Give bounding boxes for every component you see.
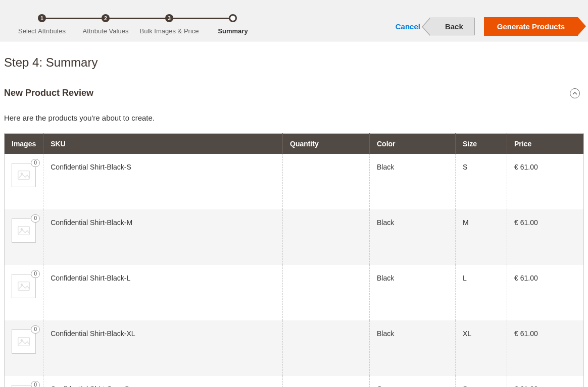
table-header-row: Images SKU Quantity Color Size Price bbox=[5, 134, 584, 154]
generate-products-button[interactable]: Generate Products bbox=[484, 17, 578, 36]
wizard-header: 1 Select Attributes 2 Attribute Values 3… bbox=[0, 0, 588, 41]
cell-quantity bbox=[283, 154, 370, 209]
product-thumb[interactable]: 0 bbox=[12, 329, 36, 354]
step-circle-4 bbox=[229, 14, 237, 22]
cell-images: 0 bbox=[5, 154, 43, 209]
chevron-up-icon bbox=[572, 91, 577, 96]
placeholder-image-icon bbox=[12, 274, 36, 298]
table-row: 0Confidential Shirt-Black-XLBlackXL€ 61.… bbox=[5, 320, 584, 376]
cell-size: S bbox=[456, 376, 507, 387]
cell-size: M bbox=[456, 209, 507, 265]
cell-images: 0 bbox=[5, 265, 43, 320]
cell-images: 0 bbox=[5, 376, 43, 387]
step-circle-2: 2 bbox=[102, 14, 110, 22]
col-header-quantity[interactable]: Quantity bbox=[283, 134, 370, 154]
table-row: 0Confidential Shirt-Black-MBlackM€ 61.00 bbox=[5, 209, 584, 265]
table-row: 0Confidential Shirt-Black-LBlackL€ 61.00 bbox=[5, 265, 584, 320]
step-circle-1: 1 bbox=[38, 14, 46, 22]
table-row: 0Confidential Shirt-Gray-SGrayS€ 61.00 bbox=[5, 376, 584, 387]
cell-size: S bbox=[456, 154, 507, 209]
wizard-steps: 1 Select Attributes 2 Attribute Values 3… bbox=[10, 14, 265, 36]
image-count-badge: 0 bbox=[31, 159, 40, 167]
cell-price: € 61.00 bbox=[507, 154, 584, 209]
cell-quantity bbox=[283, 209, 370, 265]
step-label-3: Bulk Images & Price bbox=[139, 27, 199, 36]
cell-price: € 61.00 bbox=[507, 209, 584, 265]
section-header: New Product Review bbox=[4, 88, 584, 98]
cell-quantity bbox=[283, 376, 370, 387]
cell-color: Gray bbox=[370, 376, 456, 387]
col-header-images[interactable]: Images bbox=[5, 134, 43, 154]
wizard-step-line bbox=[42, 18, 233, 19]
cell-price: € 61.00 bbox=[507, 265, 584, 320]
step-circle-3: 3 bbox=[165, 14, 173, 22]
cell-price: € 61.00 bbox=[507, 376, 584, 387]
cell-color: Black bbox=[370, 320, 456, 376]
collapse-toggle[interactable] bbox=[570, 88, 580, 98]
section-title: New Product Review bbox=[4, 88, 93, 98]
image-count-badge: 0 bbox=[31, 214, 40, 223]
col-header-price[interactable]: Price bbox=[507, 134, 584, 154]
cell-images: 0 bbox=[5, 209, 43, 265]
col-header-size[interactable]: Size bbox=[456, 134, 507, 154]
cell-color: Black bbox=[370, 209, 456, 265]
product-thumb[interactable]: 0 bbox=[12, 385, 36, 387]
image-count-badge: 0 bbox=[31, 270, 40, 278]
col-header-sku[interactable]: SKU bbox=[43, 134, 283, 154]
placeholder-image-icon bbox=[12, 329, 36, 354]
cell-images: 0 bbox=[5, 320, 43, 376]
cancel-link[interactable]: Cancel bbox=[396, 22, 420, 31]
back-button[interactable]: Back bbox=[429, 18, 475, 35]
top-actions: Cancel Back Generate Products bbox=[396, 17, 578, 36]
step-label-4: Summary bbox=[218, 27, 248, 36]
cell-color: Black bbox=[370, 265, 456, 320]
cell-sku: Confidential Shirt-Black-L bbox=[43, 265, 283, 320]
col-header-color[interactable]: Color bbox=[370, 134, 456, 154]
image-count-badge: 0 bbox=[31, 381, 40, 387]
cell-sku: Confidential Shirt-Black-M bbox=[43, 209, 283, 265]
step-label-2: Attribute Values bbox=[83, 27, 129, 36]
cell-sku: Confidential Shirt-Black-S bbox=[43, 154, 283, 209]
cell-color: Black bbox=[370, 154, 456, 209]
cell-size: XL bbox=[456, 320, 507, 376]
cell-sku: Confidential Shirt-Gray-S bbox=[43, 376, 283, 387]
cell-sku: Confidential Shirt-Black-XL bbox=[43, 320, 283, 376]
section-subtitle: Here are the products you're about to cr… bbox=[4, 114, 584, 122]
image-count-badge: 0 bbox=[31, 325, 40, 334]
product-thumb[interactable]: 0 bbox=[12, 163, 36, 187]
cell-quantity bbox=[283, 265, 370, 320]
cell-price: € 61.00 bbox=[507, 320, 584, 376]
placeholder-image-icon bbox=[12, 163, 36, 187]
placeholder-image-icon bbox=[12, 218, 36, 243]
cell-quantity bbox=[283, 320, 370, 376]
step-label-1: Select Attributes bbox=[18, 27, 66, 36]
products-table: Images SKU Quantity Color Size Price 0Co… bbox=[4, 133, 584, 387]
page-title: Step 4: Summary bbox=[4, 56, 584, 70]
product-thumb[interactable]: 0 bbox=[12, 218, 36, 243]
product-thumb[interactable]: 0 bbox=[12, 274, 36, 298]
cell-size: L bbox=[456, 265, 507, 320]
table-row: 0Confidential Shirt-Black-SBlackS€ 61.00 bbox=[5, 154, 584, 209]
